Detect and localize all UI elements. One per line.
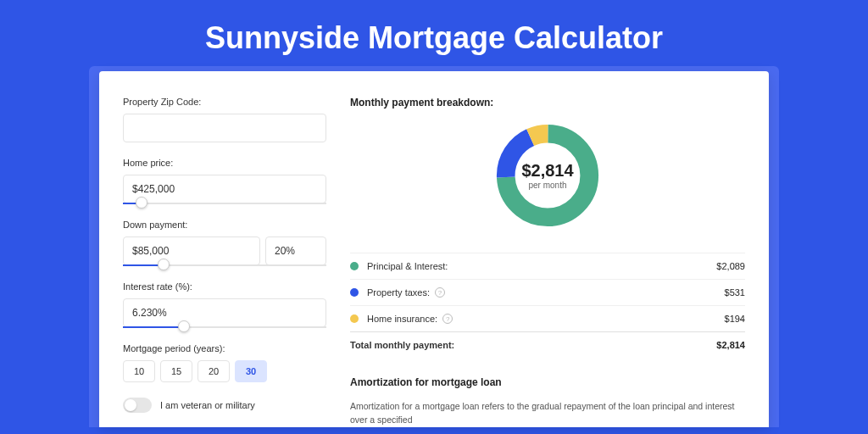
home-price-field: Home price: <box>123 158 326 204</box>
down-payment-field: Down payment: <box>123 220 326 266</box>
interest-rate-input[interactable] <box>123 298 326 327</box>
veteran-row: I am veteran or military <box>123 398 326 413</box>
breakdown-column: Monthly payment breakdown: $2,814 per mo… <box>350 97 745 427</box>
period-button-15[interactable]: 15 <box>160 360 192 382</box>
breakdown-row: Home insurance:?$194 <box>350 305 745 331</box>
donut-center: $2,814 per month <box>521 161 573 190</box>
info-icon[interactable]: ? <box>435 287 445 298</box>
breakdown-row: Property taxes:?$531 <box>350 279 745 305</box>
total-row: Total monthly payment: $2,814 <box>350 331 745 358</box>
total-label: Total monthly payment: <box>350 340 716 350</box>
legend-dot-icon <box>350 288 359 297</box>
down-payment-input[interactable] <box>123 236 260 265</box>
period-button-10[interactable]: 10 <box>123 360 155 382</box>
breakdown-title: Monthly payment breakdown: <box>350 97 745 108</box>
slider-thumb[interactable] <box>158 259 170 270</box>
interest-rate-slider[interactable] <box>123 326 326 328</box>
home-price-slider[interactable] <box>123 203 326 204</box>
total-value: $2,814 <box>716 340 745 350</box>
period-label: Mortgage period (years): <box>123 343 326 353</box>
breakdown-row: Principal & Interest:$2,089 <box>350 253 745 279</box>
period-buttons: 10152030 <box>123 360 326 382</box>
donut-sub: per month <box>521 181 573 190</box>
period-field: Mortgage period (years): 10152030 <box>123 343 326 382</box>
veteran-toggle[interactable] <box>123 398 152 413</box>
down-payment-pct-input[interactable] <box>265 236 326 265</box>
legend-dot-icon <box>350 314 359 323</box>
legend-dot-icon <box>350 262 359 270</box>
amortization-title: Amortization for mortgage loan <box>350 376 745 388</box>
veteran-label: I am veteran or military <box>160 400 255 410</box>
home-price-input[interactable] <box>123 175 326 203</box>
inputs-column: Property Zip Code: Home price: Down paym… <box>123 97 326 427</box>
info-icon[interactable]: ? <box>442 314 453 324</box>
breakdown-value: $194 <box>725 314 745 324</box>
period-button-30[interactable]: 30 <box>235 360 267 382</box>
slider-fill <box>123 326 184 328</box>
zip-input[interactable] <box>123 114 326 142</box>
down-payment-slider[interactable] <box>123 264 326 266</box>
breakdown-label: Principal & Interest: <box>367 261 716 271</box>
breakdown-value: $2,089 <box>716 261 745 271</box>
breakdown-label: Home insurance:? <box>367 314 725 324</box>
interest-rate-label: Interest rate (%): <box>123 281 326 292</box>
breakdown-label: Property taxes:? <box>367 287 725 298</box>
interest-rate-field: Interest rate (%): <box>123 281 326 328</box>
slider-thumb[interactable] <box>136 197 147 209</box>
amortization-section: Amortization for mortgage loan Amortizat… <box>350 376 745 427</box>
page-title: Sunnyside Mortgage Calculator <box>0 0 868 71</box>
donut-chart: $2,814 per month <box>350 120 745 231</box>
donut-amount: $2,814 <box>521 161 573 181</box>
zip-field: Property Zip Code: <box>123 97 326 142</box>
down-payment-label: Down payment: <box>123 220 326 230</box>
period-button-20[interactable]: 20 <box>198 360 230 382</box>
breakdown-value: $531 <box>725 287 745 298</box>
zip-label: Property Zip Code: <box>123 97 326 107</box>
home-price-label: Home price: <box>123 158 326 168</box>
slider-thumb[interactable] <box>178 320 190 332</box>
calculator-card: Property Zip Code: Home price: Down paym… <box>99 71 769 427</box>
amortization-body: Amortization for a mortgage loan refers … <box>350 400 745 427</box>
